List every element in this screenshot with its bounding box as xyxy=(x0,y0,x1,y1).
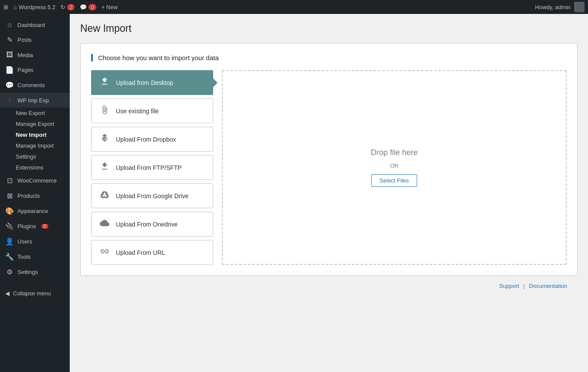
option-dropbox[interactable]: Upload From Dropbox xyxy=(91,127,213,152)
drop-or-text: OR xyxy=(390,162,399,169)
tools-icon: 🔧 xyxy=(5,253,14,261)
submenu-settings[interactable]: Settings xyxy=(5,151,70,162)
support-link[interactable]: Support xyxy=(499,283,519,289)
import-header: Choose how you want to import your data xyxy=(91,54,567,61)
wp-imp-exp-submenu: New Export Manage Export New Import Mana… xyxy=(0,108,70,173)
import-body: Upload from Desktop Use existing file xyxy=(91,70,567,265)
sidebar-item-appearance[interactable]: 🎨 Appearance xyxy=(0,203,70,219)
sidebar-item-label: Posts xyxy=(17,37,32,43)
submenu-new-export[interactable]: New Export xyxy=(5,108,70,118)
page-title: New Import xyxy=(80,23,578,34)
sidebar-item-dashboard[interactable]: ⌂ Dashboard xyxy=(0,17,70,32)
option-ftp[interactable]: Upload From FTP/SFTP xyxy=(91,155,213,180)
documentation-link[interactable]: Documentation xyxy=(529,283,567,289)
option-onedrive-label: Upload From Onedrive xyxy=(116,221,178,228)
onedrive-icon xyxy=(99,218,111,230)
plugins-badge: 2 xyxy=(41,224,48,229)
sidebar: ⌂ Dashboard ✎ Posts 🖼 Media 📄 Pages 💬 Co… xyxy=(0,14,70,372)
submenu-manage-import[interactable]: Manage Import xyxy=(5,140,70,151)
drop-text: Drop file here xyxy=(370,148,418,157)
collapse-icon: ◀ xyxy=(5,290,10,297)
collapse-label: Collapse menu xyxy=(13,290,51,297)
sidebar-item-tools[interactable]: 🔧 Tools xyxy=(0,249,70,264)
wp-imp-exp-icon: ↕ xyxy=(5,96,14,104)
updates-icon: ↻ xyxy=(61,4,65,10)
option-existing[interactable]: Use existing file xyxy=(91,98,213,123)
new-link[interactable]: + New xyxy=(102,4,118,10)
option-gdrive-label: Upload From Google Drive xyxy=(116,193,189,200)
option-existing-label: Use existing file xyxy=(116,108,159,115)
sidebar-item-comments[interactable]: 💬 Comments xyxy=(0,78,70,93)
media-icon: 🖼 xyxy=(5,51,14,59)
sidebar-item-plugins[interactable]: 🔌 Plugins 2 xyxy=(0,219,70,234)
existing-file-icon xyxy=(99,105,111,117)
sidebar-item-label: Settings xyxy=(17,269,38,275)
footer-separator: | xyxy=(523,283,525,289)
comments-link[interactable]: 💬 0 xyxy=(80,4,96,10)
plugins-icon: 🔌 xyxy=(5,222,14,230)
submenu-new-import[interactable]: New Import xyxy=(5,129,70,140)
site-name-link[interactable]: ⌂ Wordpress 5.2 xyxy=(14,4,55,10)
option-onedrive[interactable]: Upload From Onedrive xyxy=(91,212,213,237)
sidebar-item-products[interactable]: ⊠ Products xyxy=(0,188,70,203)
sidebar-item-posts[interactable]: ✎ Posts xyxy=(0,32,70,47)
footer: Support | Documentation xyxy=(80,276,578,296)
import-options-list: Upload from Desktop Use existing file xyxy=(91,70,213,265)
sidebar-item-woocommerce[interactable]: ⊡ WooCommerce xyxy=(0,173,70,188)
option-desktop[interactable]: Upload from Desktop xyxy=(91,70,213,95)
appearance-icon: 🎨 xyxy=(5,207,14,215)
woocommerce-icon: ⊡ xyxy=(5,176,14,185)
sidebar-item-label: Users xyxy=(17,238,32,245)
dashboard-icon: ⌂ xyxy=(5,21,14,29)
sidebar-item-label: Media xyxy=(17,52,33,58)
sidebar-item-label: Pages xyxy=(17,67,34,73)
sidebar-item-label: WP Imp Exp xyxy=(17,97,49,104)
select-files-button[interactable]: Select Files xyxy=(371,174,417,187)
sidebar-item-label: Products xyxy=(17,193,40,199)
sidebar-item-media[interactable]: 🖼 Media xyxy=(0,47,70,62)
submenu-extensions[interactable]: Extensions xyxy=(5,162,70,173)
sidebar-item-label: WooCommerce xyxy=(17,177,57,184)
updates-badge: 2 xyxy=(67,4,75,10)
option-desktop-label: Upload from Desktop xyxy=(116,79,173,86)
import-header-text: Choose how you want to import your data xyxy=(98,54,219,61)
admin-avatar[interactable] xyxy=(574,2,585,12)
sidebar-item-label: Comments xyxy=(17,82,45,88)
import-container: Choose how you want to import your data … xyxy=(80,43,578,276)
collapse-menu-button[interactable]: ◀ Collapse menu xyxy=(0,287,70,300)
dropbox-icon xyxy=(99,133,111,145)
pages-icon: 📄 xyxy=(5,66,14,74)
drop-zone[interactable]: Drop file here OR Select Files xyxy=(222,70,567,265)
url-icon xyxy=(99,247,111,258)
sidebar-item-label: Tools xyxy=(17,254,31,260)
sidebar-item-pages[interactable]: 📄 Pages xyxy=(0,62,70,78)
main-content: New Import Choose how you want to import… xyxy=(70,14,588,372)
sidebar-item-wp-imp-exp[interactable]: ↕ WP Imp Exp xyxy=(0,93,70,108)
sidebar-item-label: Appearance xyxy=(17,208,48,214)
ftp-icon xyxy=(99,162,111,173)
sidebar-item-settings[interactable]: ⚙ Settings xyxy=(0,264,70,280)
users-icon: 👤 xyxy=(5,237,14,246)
topbar: ⊞ ⌂ Wordpress 5.2 ↻ 2 💬 0 + New Howdy, a… xyxy=(0,0,588,14)
site-name: Wordpress 5.2 xyxy=(19,4,55,10)
howdy-text: Howdy, admin xyxy=(535,4,571,10)
gdrive-icon xyxy=(99,190,111,202)
option-url-label: Upload From URL xyxy=(116,249,165,256)
option-dropbox-label: Upload From Dropbox xyxy=(116,136,176,143)
posts-icon: ✎ xyxy=(5,36,14,44)
sidebar-item-users[interactable]: 👤 Users xyxy=(0,234,70,249)
wp-logo-icon[interactable]: ⊞ xyxy=(3,4,8,10)
sidebar-item-label: Dashboard xyxy=(17,22,45,28)
site-icon: ⌂ xyxy=(14,4,17,10)
option-gdrive[interactable]: Upload From Google Drive xyxy=(91,183,213,208)
option-desktop-wrapper: Upload from Desktop xyxy=(91,70,213,95)
products-icon: ⊠ xyxy=(5,192,14,200)
sidebar-item-label: Plugins xyxy=(17,223,36,230)
comments-badge: 0 xyxy=(88,4,96,10)
comments-icon: 💬 xyxy=(5,81,14,89)
new-label: + New xyxy=(102,4,118,10)
option-ftp-label: Upload From FTP/SFTP xyxy=(116,164,182,171)
updates-link[interactable]: ↻ 2 xyxy=(61,4,75,10)
option-url[interactable]: Upload From URL xyxy=(91,240,213,265)
submenu-manage-export[interactable]: Manage Export xyxy=(5,118,70,129)
